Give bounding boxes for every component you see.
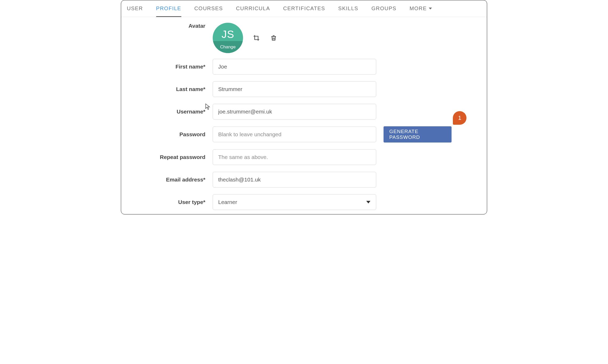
chevron-down-icon	[429, 8, 432, 9]
avatar-label: Avatar	[127, 23, 205, 29]
annotation-marker-1: 1	[453, 111, 466, 125]
tab-profile[interactable]: PROFILE	[156, 0, 181, 17]
tab-groups[interactable]: GROUPS	[371, 0, 397, 17]
email-input[interactable]	[213, 172, 376, 187]
last-name-input[interactable]	[213, 81, 376, 97]
avatar-initials: JS	[222, 29, 234, 40]
password-label: Password	[127, 131, 205, 138]
repeat-password-label: Repeat password	[127, 154, 205, 160]
password-input[interactable]	[213, 127, 376, 142]
repeat-password-input[interactable]	[213, 149, 376, 165]
profile-edit-window: USER PROFILE COURSES CURRICULA CERTIFICA…	[121, 0, 487, 214]
first-name-input[interactable]	[213, 59, 376, 75]
profile-form: Avatar JS Change	[121, 17, 487, 210]
tab-more[interactable]: MORE	[409, 0, 432, 17]
username-label: Username*	[127, 109, 205, 115]
tab-certificates[interactable]: CERTIFICATES	[283, 0, 325, 17]
avatar-change-label: Change	[213, 41, 243, 53]
username-input[interactable]	[213, 104, 376, 120]
first-name-label: First name*	[127, 64, 205, 70]
tab-skills[interactable]: SKILLS	[338, 0, 358, 17]
trash-icon[interactable]	[270, 34, 278, 42]
user-type-select[interactable]	[213, 194, 376, 210]
tab-user[interactable]: USER	[127, 0, 143, 17]
tab-curricula[interactable]: CURRICULA	[236, 0, 270, 17]
generate-password-button[interactable]: GENERATE PASSWORD	[384, 126, 452, 143]
crop-icon[interactable]	[252, 34, 260, 42]
email-label: Email address*	[127, 177, 205, 183]
tab-courses[interactable]: COURSES	[194, 0, 223, 17]
user-type-label: User type*	[127, 199, 205, 205]
last-name-label: Last name*	[127, 86, 205, 92]
avatar[interactable]: JS Change	[213, 23, 243, 53]
annotation-marker-label: 1	[458, 115, 461, 121]
tabs-bar: USER PROFILE COURSES CURRICULA CERTIFICA…	[121, 0, 487, 17]
tab-more-label: MORE	[409, 5, 427, 12]
